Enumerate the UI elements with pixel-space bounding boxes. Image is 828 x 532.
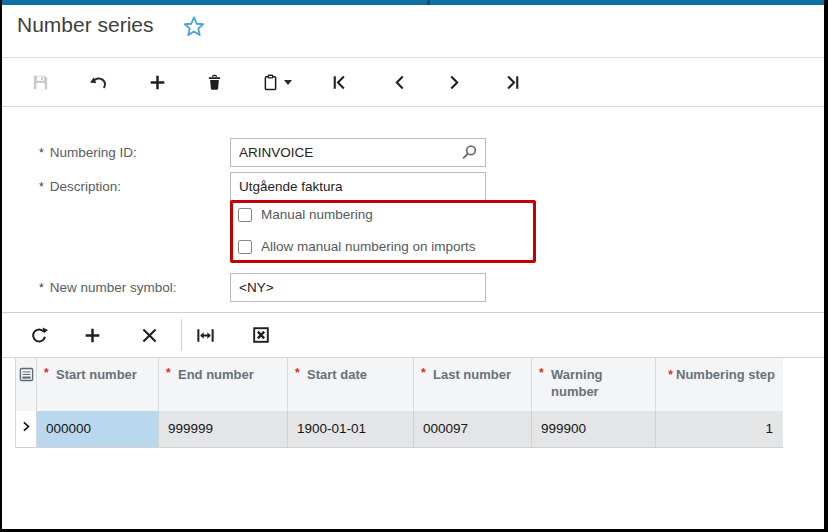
go-first-icon xyxy=(330,73,349,92)
column-header-last-number[interactable]: *Last number xyxy=(414,358,532,411)
allow-manual-numbering-label: Allow manual numbering on imports xyxy=(261,239,476,254)
refresh-icon xyxy=(29,325,49,345)
clipboard-icon xyxy=(261,73,280,92)
export-excel-button[interactable] xyxy=(241,318,281,352)
grid-settings-icon xyxy=(18,366,35,387)
fit-width-icon xyxy=(195,325,216,346)
row-marker[interactable] xyxy=(15,411,37,447)
delete-record-button[interactable] xyxy=(194,65,234,99)
manual-numbering-row: Manual numbering xyxy=(238,207,373,222)
fit-width-button[interactable] xyxy=(185,318,225,352)
delete-row-button[interactable] xyxy=(129,318,169,352)
cell-start-date[interactable]: 1900-01-01 xyxy=(288,411,414,447)
add-row-icon xyxy=(83,326,102,345)
column-header-warning-number[interactable]: *Warning number xyxy=(532,358,656,411)
add-record-button[interactable] xyxy=(137,65,177,99)
new-number-symbol-label: *New number symbol: xyxy=(39,280,176,295)
undo-button[interactable] xyxy=(78,65,118,99)
title-bar: Number series xyxy=(2,5,824,57)
save-icon xyxy=(31,73,50,92)
go-last-button[interactable] xyxy=(492,65,532,99)
go-previous-icon xyxy=(390,73,409,92)
new-number-symbol-input[interactable] xyxy=(230,273,486,302)
go-next-button[interactable] xyxy=(434,65,474,99)
search-icon[interactable] xyxy=(458,142,479,166)
manual-numbering-label: Manual numbering xyxy=(261,207,373,222)
delete-row-icon xyxy=(140,326,159,345)
allow-manual-numbering-checkbox[interactable] xyxy=(238,240,252,254)
description-input[interactable] xyxy=(230,172,486,201)
export-excel-icon xyxy=(251,325,271,345)
required-marker: * xyxy=(39,146,44,160)
go-first-button[interactable] xyxy=(319,65,359,99)
page-title: Number series xyxy=(17,13,154,37)
go-previous-button[interactable] xyxy=(379,65,419,99)
row-settings-header[interactable] xyxy=(15,358,37,411)
grid-toolbar xyxy=(2,313,824,357)
required-marker: * xyxy=(39,180,44,194)
row-marker-icon xyxy=(20,411,33,447)
divider xyxy=(2,106,824,107)
numbering-id-label: *Numbering ID: xyxy=(39,145,137,160)
go-next-icon xyxy=(445,73,464,92)
refresh-button[interactable] xyxy=(19,318,59,352)
table-row: 000000 999999 1900-01-01 000097 999900 1 xyxy=(15,411,783,448)
add-row-button[interactable] xyxy=(72,318,112,352)
required-marker: * xyxy=(39,281,44,295)
cell-start-number[interactable]: 000000 xyxy=(37,411,159,447)
app-window: Number series xyxy=(0,0,828,532)
description-label: *Description: xyxy=(39,179,121,194)
clipboard-button[interactable] xyxy=(250,65,302,99)
main-toolbar xyxy=(2,58,824,106)
column-header-start-number[interactable]: *Start number xyxy=(37,358,159,411)
allow-manual-numbering-row: Allow manual numbering on imports xyxy=(238,239,476,254)
toolbar-separator xyxy=(181,319,182,351)
add-icon xyxy=(148,73,167,92)
numbering-id-input[interactable] xyxy=(230,138,486,167)
cell-warning-number[interactable]: 999900 xyxy=(532,411,656,447)
go-last-icon xyxy=(503,73,522,92)
cell-end-number[interactable]: 999999 xyxy=(159,411,288,447)
column-header-numbering-step[interactable]: *Numbering step xyxy=(656,358,783,411)
cell-last-number[interactable]: 000097 xyxy=(414,411,532,447)
column-header-start-date[interactable]: *Start date xyxy=(288,358,414,411)
caret-down-icon xyxy=(284,80,292,85)
save-button[interactable] xyxy=(20,65,60,99)
manual-numbering-checkbox[interactable] xyxy=(238,208,252,222)
grid-header: *Start number *End number *Start date *L… xyxy=(15,358,783,411)
favorite-star-icon[interactable] xyxy=(181,14,207,40)
column-header-end-number[interactable]: *End number xyxy=(159,358,288,411)
cell-numbering-step[interactable]: 1 xyxy=(656,411,783,447)
undo-icon xyxy=(88,72,109,93)
trash-icon xyxy=(205,73,224,92)
